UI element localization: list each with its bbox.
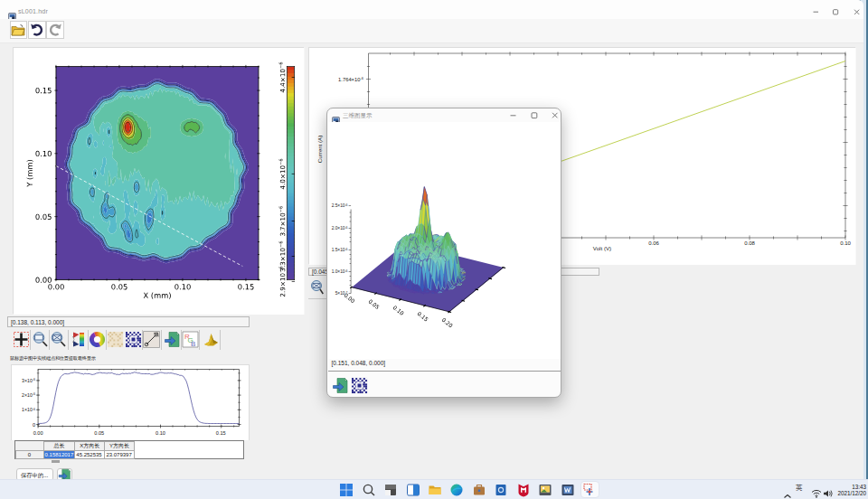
svg-text:0.10: 0.10: [156, 429, 165, 435]
svg-text:5×10-7: 5×10-7: [335, 291, 347, 297]
svg-text:1.5×10-6: 1.5×10-6: [331, 248, 347, 253]
svg-text:2.5×10-6: 2.5×10-6: [331, 203, 347, 209]
svg-text:B: B: [191, 340, 195, 348]
svg-text:0.00: 0.00: [33, 429, 42, 435]
svg-text:0.15: 0.15: [215, 429, 225, 435]
svg-text:1.0×10-6: 1.0×10-6: [331, 269, 347, 275]
svg-text:0.05: 0.05: [94, 429, 104, 435]
svg-text:2.0×10-6: 2.0×10-6: [331, 226, 347, 231]
svg-text:Volt (V): Volt (V): [593, 245, 611, 251]
svg-text:0.08: 0.08: [744, 240, 755, 246]
svg-text:Current (A): Current (A): [316, 135, 323, 163]
svg-text:0: 0: [32, 421, 34, 427]
svg-text:0.10: 0.10: [840, 240, 851, 246]
svg-text:0.06: 0.06: [648, 240, 659, 246]
